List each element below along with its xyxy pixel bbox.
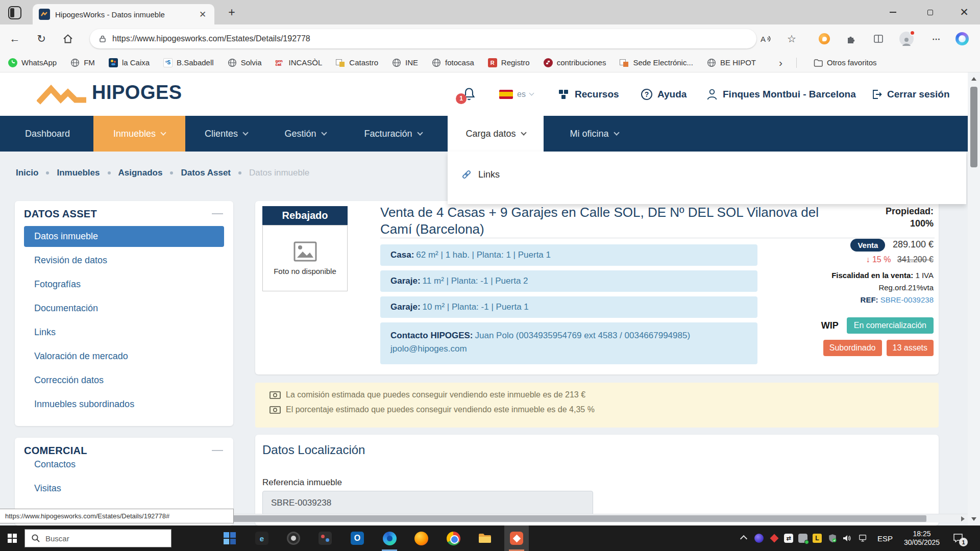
url-text[interactable]: https://www.hipogesworks.com/Estates/Det… — [112, 34, 310, 43]
nav-clientes[interactable]: Clientes — [188, 116, 264, 152]
breadcrumb-datos-asset[interactable]: Datos Asset — [181, 168, 231, 178]
tray-icon-speaker[interactable] — [842, 534, 851, 543]
workspaces-icon[interactable] — [8, 6, 21, 19]
bookmark-sede[interactable]: Sede Electrónic... — [620, 58, 693, 67]
taskbar-app-outlook[interactable]: O — [345, 525, 370, 551]
refresh-icon[interactable]: ↻ — [34, 31, 49, 46]
other-favorites-folder[interactable]: Otros favoritos — [814, 58, 877, 67]
address-bar[interactable]: https://www.hipogesworks.com/Estates/Det… — [90, 29, 756, 48]
sidebar-item-revision-de-datos[interactable]: Revisión de datos — [24, 251, 224, 270]
bookmark-whatsapp[interactable]: WhatsApp — [8, 58, 57, 67]
copilot-icon[interactable] — [955, 32, 969, 45]
sidebar-item-correccion-datos[interactable]: Corrección datos — [24, 370, 224, 390]
vertical-scrollbar[interactable] — [968, 72, 980, 525]
breadcrumb-inicio[interactable]: Inicio — [16, 168, 38, 178]
taskbar-app-grid[interactable] — [217, 525, 242, 551]
help-button[interactable]: Ayuda — [641, 72, 687, 116]
sidebar-item-datos-inmueble[interactable]: Datos inmueble — [24, 226, 224, 247]
taskbar-app-firefox[interactable] — [409, 525, 433, 551]
user-menu[interactable]: Finques Montbui - Barcelona — [706, 72, 856, 116]
nav-mi-oficina[interactable]: Mi oficina — [556, 116, 632, 152]
nav-gestion[interactable]: Gestión — [270, 116, 341, 152]
tag-subordinado[interactable]: Subordinado — [823, 340, 882, 356]
taskbar-app-active-orange[interactable] — [504, 525, 529, 551]
notifications-button[interactable]: 1 — [462, 72, 476, 116]
new-tab-button[interactable]: + — [225, 5, 239, 19]
window-minimize-button[interactable] — [881, 0, 904, 24]
nav-facturacion[interactable]: Facturación — [347, 116, 439, 152]
bookmark-catastro[interactable]: Catastro — [336, 58, 378, 67]
bookmarks-overflow-chevron-icon[interactable]: › — [779, 57, 782, 69]
bookmark-registro[interactable]: RRegistro — [488, 58, 530, 67]
sidebar-item-visitas[interactable]: Visitas — [24, 479, 224, 498]
bookmark-behipot[interactable]: BE HIPOT — [707, 58, 756, 67]
collapse-icon[interactable] — [212, 213, 223, 214]
sidebar-item-contactos[interactable]: Contactos — [24, 455, 224, 474]
reference-input[interactable]: SBRE-0039238 — [262, 491, 593, 515]
tray-expand-chevron-icon[interactable] — [740, 535, 747, 542]
bookmark-fm[interactable]: FM — [70, 58, 95, 67]
language-selector[interactable]: es — [499, 72, 533, 116]
bookmark-contribuciones[interactable]: contribuciones — [544, 58, 606, 67]
nav-dashboard[interactable]: Dashboard — [14, 116, 81, 152]
bookmark-solvia[interactable]: Solvia — [228, 58, 262, 67]
ref-value[interactable]: SBRE-0039238 — [880, 295, 934, 304]
hipoges-logo-icon[interactable] — [37, 85, 88, 107]
breadcrumb-inmuebles[interactable]: Inmuebles — [57, 168, 100, 178]
home-icon[interactable] — [60, 31, 76, 46]
vertical-scrollbar-thumb[interactable] — [970, 87, 977, 167]
bookmark-ine[interactable]: INE — [392, 58, 418, 67]
nav-carga-datos[interactable]: Carga datos — [448, 116, 544, 152]
dropdown-item-links[interactable]: Links — [461, 169, 500, 180]
extensions-puzzle-icon[interactable] — [843, 31, 859, 46]
extension-lion-icon[interactable] — [819, 33, 830, 44]
taskbar-app-dark-circle[interactable] — [281, 525, 306, 551]
tag-assets-count[interactable]: 13 assets — [887, 340, 934, 356]
browser-tab[interactable]: HipogesWorks - Datos inmueble ✕ — [33, 4, 214, 24]
favorite-star-icon[interactable]: ☆ — [784, 31, 799, 46]
scroll-right-arrow-icon[interactable] — [961, 516, 965, 521]
logout-button[interactable]: Cerrar sesión — [871, 72, 950, 116]
sidebar-item-fotografias[interactable]: Fotografías — [24, 274, 224, 294]
taskbar-app-dark-square[interactable] — [313, 525, 337, 551]
tray-icon-purple-circle[interactable] — [754, 534, 764, 543]
tray-icon-security-shield[interactable] — [828, 534, 837, 543]
sidebar-item-inmuebles-subordinados[interactable]: Inmuebles subordinados — [24, 394, 224, 414]
taskbar-search[interactable]: Buscar — [24, 529, 172, 547]
back-icon[interactable]: ← — [7, 31, 22, 46]
scroll-down-arrow-icon[interactable] — [971, 517, 976, 521]
tray-icon-teamviewer[interactable]: ⇄ — [784, 534, 793, 543]
taskbar-clock[interactable]: 18:25 30/05/2025 — [897, 525, 946, 551]
resources-button[interactable]: Recursos — [557, 72, 619, 116]
bookmark-fotocasa[interactable]: fotocasa — [432, 58, 474, 67]
scroll-up-arrow-icon[interactable] — [971, 77, 976, 81]
window-close-button[interactable]: ✕ — [952, 0, 976, 24]
taskbar-app-edge[interactable] — [377, 525, 402, 551]
bookmark-sabadell[interactable]: ºSB.Sabadell — [163, 58, 214, 67]
action-center-button[interactable]: 1 — [952, 532, 965, 544]
sidebar-item-valoracion-de-mercado[interactable]: Valoración de mercado — [24, 346, 224, 366]
profile-avatar[interactable] — [899, 32, 914, 46]
sidebar-item-documentacion[interactable]: Documentación — [24, 298, 224, 318]
taskbar-app-explorer[interactable] — [473, 525, 497, 551]
keyboard-language[interactable]: ESP — [874, 525, 896, 551]
bookmark-incasol[interactable]: gencatINCASÒL — [276, 58, 323, 67]
browser-menu-icon[interactable]: ⋯ — [929, 31, 944, 46]
collapse-icon[interactable] — [212, 450, 223, 451]
breadcrumb-asignados[interactable]: Asignados — [118, 168, 163, 178]
start-button[interactable] — [0, 525, 24, 551]
window-maximize-button[interactable] — [918, 0, 942, 24]
nav-inmuebles[interactable]: Inmuebles — [93, 116, 185, 152]
split-screen-icon[interactable] — [871, 31, 886, 46]
brand-wordmark[interactable]: HIPOGES — [92, 82, 182, 104]
tab-close-icon[interactable]: ✕ — [197, 9, 208, 20]
taskbar-app-dark-e[interactable]: e — [250, 525, 274, 551]
sidebar-item-links[interactable]: Links — [24, 322, 224, 342]
tray-icon-yellow-l[interactable]: L — [813, 534, 822, 543]
tray-icon-network[interactable] — [859, 534, 868, 543]
tray-icon-red-diamond[interactable] — [770, 534, 779, 543]
taskbar-app-chrome[interactable] — [441, 525, 465, 551]
tray-icon-green-badge[interactable] — [798, 534, 807, 543]
read-aloud-icon[interactable]: A — [758, 31, 774, 46]
bookmark-lacaixa[interactable]: la Caixa — [109, 58, 150, 67]
